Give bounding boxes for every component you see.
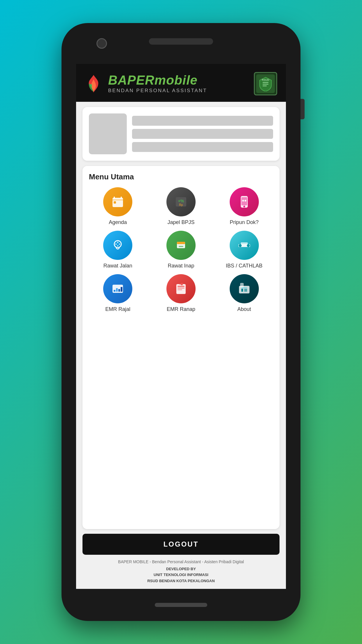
svg-rect-7 bbox=[113, 200, 123, 200]
header-badge: RSUD bbox=[254, 72, 277, 95]
profile-lines bbox=[132, 113, 273, 154]
ibs-label: IBS / CATHLAB bbox=[226, 263, 263, 269]
svg-rect-24 bbox=[179, 246, 183, 247]
svg-text:Rp: Rp bbox=[179, 203, 183, 206]
title-main: BAPER bbox=[108, 73, 154, 87]
header-title: BAPERmobile bbox=[108, 74, 248, 87]
svg-rect-6 bbox=[121, 197, 122, 199]
menu-item-rawat-inap[interactable]: Rawat Inap bbox=[152, 231, 210, 269]
svg-rect-8 bbox=[114, 201, 116, 204]
footer-dev: DEVELOPED BY UNIT TEKNOLOGI INFORMASI RS… bbox=[76, 566, 286, 589]
pripun-icon bbox=[230, 187, 259, 216]
speaker bbox=[149, 38, 213, 45]
ibs-icon bbox=[230, 231, 259, 260]
rawat-inap-icon bbox=[166, 231, 196, 260]
badge-icon: RSUD bbox=[258, 76, 273, 91]
footer-line1: BAPER MOBILE - Bendan Personal Assistant… bbox=[118, 559, 244, 564]
menu-section: Menu Utama Agenda +%Rp Japel BPJS bbox=[82, 166, 280, 529]
svg-rect-35 bbox=[178, 286, 184, 287]
svg-rect-36 bbox=[178, 288, 184, 288]
menu-item-japel[interactable]: +%Rp Japel BPJS bbox=[152, 187, 210, 225]
title-italic: mobile bbox=[154, 73, 198, 87]
phone-shell: BAPERmobile BENDAN PERSONAL ASSISTANT RS… bbox=[61, 23, 301, 621]
menu-item-about[interactable]: About bbox=[215, 274, 273, 312]
pripun-label: Pripun Dok? bbox=[230, 219, 259, 225]
svg-text:RSUD: RSUD bbox=[262, 78, 269, 81]
footer-line4: RSUD BENDAN KOTA PEKALONGAN bbox=[147, 579, 215, 583]
svg-point-27 bbox=[239, 244, 242, 247]
menu-item-rawat-jalan[interactable]: Rawat Jalan bbox=[89, 231, 147, 269]
home-indicator bbox=[155, 603, 207, 607]
svg-rect-2 bbox=[263, 85, 267, 86]
badge-inner: RSUD bbox=[256, 74, 275, 93]
emr-rajal-label: EMR Rajal bbox=[105, 306, 130, 312]
svg-rect-30 bbox=[114, 290, 115, 292]
svg-point-14 bbox=[243, 206, 245, 207]
svg-rect-34 bbox=[176, 284, 186, 294]
svg-rect-5 bbox=[114, 197, 115, 199]
svg-rect-0 bbox=[263, 82, 268, 83]
menu-title: Menu Utama bbox=[89, 172, 273, 181]
menu-grid: Agenda +%Rp Japel BPJS Pripun Dok? bbox=[89, 187, 273, 312]
about-label: About bbox=[237, 306, 251, 312]
svg-rect-39 bbox=[179, 284, 183, 285]
phone-screen: BAPERmobile BENDAN PERSONAL ASSISTANT RS… bbox=[76, 64, 286, 589]
phone-bottom-bar bbox=[61, 589, 301, 621]
japel-label: Japel BPJS bbox=[167, 219, 194, 225]
emr-rajal-icon bbox=[103, 274, 132, 303]
side-button bbox=[301, 99, 305, 119]
svg-rect-42 bbox=[241, 288, 247, 288]
menu-item-ibs[interactable]: IBS / CATHLAB bbox=[215, 231, 273, 269]
footer-text: BAPER MOBILE - Bendan Personal Assistant… bbox=[76, 559, 286, 566]
footer-line2: DEVELOPED BY bbox=[166, 567, 196, 571]
agenda-icon bbox=[103, 187, 132, 216]
menu-item-emr-ranap[interactable]: EMR Ranap bbox=[152, 274, 210, 312]
menu-item-pripun[interactable]: Pripun Dok? bbox=[215, 187, 273, 225]
svg-rect-26 bbox=[241, 242, 248, 245]
phone-top-bar bbox=[61, 23, 301, 64]
emr-ranap-label: EMR Ranap bbox=[167, 306, 195, 312]
svg-rect-32 bbox=[118, 289, 120, 292]
menu-item-emr-rajal[interactable]: EMR Rajal bbox=[89, 274, 147, 312]
rawat-inap-label: Rawat Inap bbox=[168, 263, 194, 269]
agenda-label: Agenda bbox=[109, 219, 127, 225]
svg-rect-37 bbox=[178, 289, 182, 290]
profile-line-2 bbox=[132, 129, 273, 139]
rawat-jalan-label: Rawat Jalan bbox=[103, 263, 132, 269]
rawat-jalan-icon bbox=[103, 231, 132, 260]
profile-line-1 bbox=[132, 116, 273, 126]
header-text-block: BAPERmobile BENDAN PERSONAL ASSISTANT bbox=[108, 74, 248, 94]
svg-rect-31 bbox=[116, 288, 118, 292]
svg-rect-33 bbox=[121, 287, 122, 292]
profile-line-3 bbox=[132, 142, 273, 152]
svg-rect-23 bbox=[177, 242, 185, 244]
svg-rect-1 bbox=[263, 84, 268, 85]
japel-icon: +%Rp bbox=[166, 187, 196, 216]
svg-point-28 bbox=[247, 244, 250, 247]
logout-button[interactable]: LOGOUT bbox=[82, 534, 280, 555]
svg-rect-13 bbox=[241, 197, 247, 205]
svg-point-16 bbox=[245, 200, 246, 202]
menu-item-agenda[interactable]: Agenda bbox=[89, 187, 147, 225]
footer-line3: UNIT TEKNOLOGI INFORMASI bbox=[154, 573, 208, 577]
app-header: BAPERmobile BENDAN PERSONAL ASSISTANT RS… bbox=[76, 64, 286, 102]
svg-rect-41 bbox=[240, 283, 244, 288]
svg-point-17 bbox=[114, 241, 121, 248]
emr-ranap-icon bbox=[166, 274, 196, 303]
about-icon bbox=[230, 274, 259, 303]
svg-point-15 bbox=[242, 200, 244, 202]
camera bbox=[96, 38, 107, 49]
profile-photo bbox=[89, 113, 127, 154]
profile-card bbox=[82, 107, 280, 161]
header-subtitle: BENDAN PERSONAL ASSISTANT bbox=[108, 88, 248, 94]
svg-text:+%: +% bbox=[178, 199, 184, 203]
logo-flame-icon bbox=[85, 74, 102, 94]
